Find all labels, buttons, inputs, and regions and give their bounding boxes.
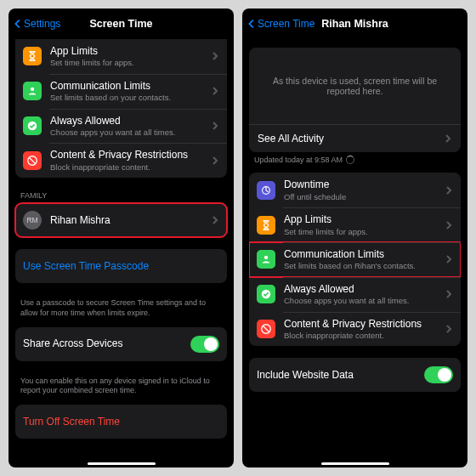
passcode-label: Use Screen Time Passcode <box>23 260 219 272</box>
row-title: App Limits <box>50 45 211 57</box>
checkmark-icon <box>257 285 275 303</box>
chevron-right-icon <box>211 87 219 95</box>
chevron-right-icon <box>445 186 453 195</box>
family-header: FAMILY <box>8 190 234 203</box>
row-title: Communication Limits <box>284 248 445 260</box>
share-footer: You can enable this on any device signed… <box>8 373 234 405</box>
chevron-right-icon <box>445 221 453 230</box>
row-title: Always Allowed <box>284 283 445 295</box>
person-icon <box>257 250 275 269</box>
family-name: Rihan Mishra <box>50 214 211 226</box>
row-app-limits[interactable]: App LimitsSet time limits for apps. <box>15 39 227 74</box>
chevron-right-icon <box>211 216 219 224</box>
row-sub: Set time limits for apps. <box>50 58 211 67</box>
row-see-all-activity[interactable]: See All Activity <box>249 124 461 152</box>
row-sub: Block inappropriate content. <box>284 331 445 340</box>
row-downtime[interactable]: DowntimeOff until schedule <box>249 173 461 207</box>
row-sub: Set limits based on your contacts. <box>50 93 211 102</box>
row-communication-limits[interactable]: Communication LimitsSet limits based on … <box>249 242 461 277</box>
row-turn-off[interactable]: Turn Off Screen Time <box>15 405 227 439</box>
row-title: Always Allowed <box>50 115 211 127</box>
turn-off-label: Turn Off Screen Time <box>23 416 219 428</box>
row-share-across-devices[interactable]: Share Across Devices <box>15 327 227 361</box>
no-entry-icon <box>257 320 275 338</box>
back-button[interactable]: Screen Time <box>246 18 314 30</box>
row-always-allowed[interactable]: Always AllowedChoose apps you want at al… <box>15 109 227 144</box>
hourglass-icon <box>23 47 42 65</box>
row-title: Content & Privacy Restrictions <box>284 318 445 330</box>
chevron-right-icon <box>444 134 452 143</box>
svg-point-0 <box>31 88 34 91</box>
row-communication-limits[interactable]: Communication LimitsSet limits based on … <box>15 74 227 109</box>
row-family-member[interactable]: RM Rihan Mishra <box>15 203 227 237</box>
chevron-right-icon <box>211 52 219 60</box>
row-content-privacy[interactable]: Content & Privacy RestrictionsBlock inap… <box>15 143 227 178</box>
row-sub: Set time limits for apps. <box>284 227 445 236</box>
chevron-right-icon <box>445 325 453 333</box>
chevron-left-icon <box>12 18 24 30</box>
chevron-right-icon <box>445 290 453 298</box>
checkmark-icon <box>23 116 42 135</box>
passcode-footer: Use a passcode to secure Screen Time set… <box>8 295 234 326</box>
toggle-on[interactable] <box>190 336 219 353</box>
no-entry-icon <box>23 151 42 170</box>
row-sub: Choose apps you want at all times. <box>284 296 445 305</box>
share-label: Share Across Devices <box>23 337 190 349</box>
row-title: Communication Limits <box>50 80 211 92</box>
nav-bar: Screen Time Rihan Mishra <box>242 8 468 39</box>
chevron-right-icon <box>445 255 453 264</box>
row-content-privacy[interactable]: Content & Privacy RestrictionsBlock inap… <box>249 312 461 347</box>
updated-label: Updated today at 9:58 AM <box>242 152 468 173</box>
back-label: Settings <box>24 18 60 30</box>
family-group: RM Rihan Mishra <box>15 203 227 237</box>
moon-icon <box>257 181 275 200</box>
hourglass-icon <box>257 216 275 235</box>
row-use-passcode[interactable]: Use Screen Time Passcode <box>15 249 227 283</box>
row-title: Content & Privacy Restrictions <box>50 149 211 161</box>
spinner-icon <box>346 156 354 164</box>
usage-info: As this device is used, screen time will… <box>249 48 461 124</box>
home-indicator[interactable] <box>88 462 156 465</box>
chevron-right-icon <box>211 156 219 165</box>
row-sub: Block inappropriate content. <box>50 162 211 172</box>
chevron-left-icon <box>246 18 258 30</box>
toggle-on[interactable] <box>424 366 453 383</box>
screenshot-right: Screen Time Rihan Mishra As this device … <box>242 8 468 468</box>
page-title: Screen Time <box>89 18 152 30</box>
avatar: RM <box>23 211 42 230</box>
back-label: Screen Time <box>258 18 314 30</box>
website-label: Include Website Data <box>257 369 424 381</box>
row-always-allowed[interactable]: Always AllowedChoose apps you want at al… <box>249 277 461 312</box>
row-title: Downtime <box>284 178 445 190</box>
see-all-label: See All Activity <box>258 133 444 144</box>
chevron-right-icon <box>211 122 219 130</box>
row-title: App Limits <box>284 213 445 225</box>
nav-bar: Settings Screen Time <box>8 8 234 39</box>
page-title: Rihan Mishra <box>321 18 388 30</box>
row-app-limits[interactable]: App LimitsSet time limits for apps. <box>249 207 461 242</box>
row-sub: Set limits based on Rihan's contacts. <box>284 261 445 270</box>
screenshot-left: Settings Screen Time App LimitsSet time … <box>8 8 234 468</box>
row-sub: Off until schedule <box>284 192 445 201</box>
person-icon <box>23 82 42 100</box>
row-include-website-data[interactable]: Include Website Data <box>249 358 461 392</box>
home-indicator[interactable] <box>321 462 389 465</box>
row-sub: Choose apps you want at all times. <box>50 128 211 137</box>
svg-point-4 <box>264 256 268 259</box>
back-button[interactable]: Settings <box>12 18 60 30</box>
